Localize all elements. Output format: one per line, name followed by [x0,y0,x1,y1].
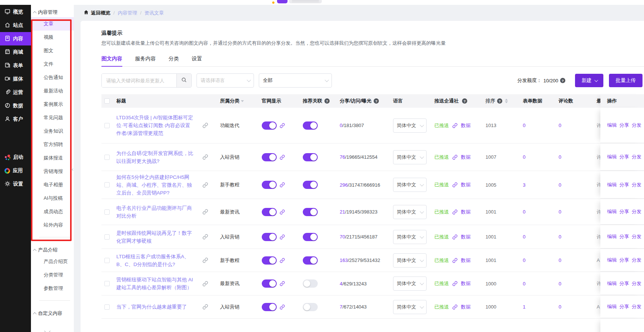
form-data-count[interactable]: 0 [523,257,525,263]
distribute-action[interactable]: 分发 [632,303,641,310]
push-link-icon[interactable] [452,155,458,160]
subnav-item[interactable]: 文章 [31,17,74,31]
share-action[interactable]: 分享 [619,122,629,129]
subnav-item[interactable]: 图文 [31,44,74,57]
push-link-icon[interactable] [452,234,458,240]
comment-count[interactable]: 0 [559,234,561,240]
subnav-item[interactable]: 分类管理 [31,268,74,282]
article-link-icon[interactable] [202,209,208,215]
recommend-toggle[interactable] [303,256,318,265]
form-data-count[interactable]: 0 [523,209,525,215]
push-link-icon[interactable] [452,281,458,286]
row-checkbox[interactable] [104,281,110,286]
subnav-group-custom-content[interactable]: 自定义内容 [31,310,74,317]
share-action[interactable]: 分享 [619,208,629,215]
site-link-icon[interactable] [280,182,285,187]
subnav-item[interactable]: AI与投稿 [31,192,74,205]
rail-item-settings[interactable]: 设置 [0,177,31,191]
row-checkbox[interactable] [104,234,110,240]
site-show-toggle[interactable] [262,303,277,311]
rail-item-operation[interactable]: 运营 [0,86,31,99]
row-checkbox[interactable] [104,209,110,215]
site-show-toggle[interactable] [262,208,277,216]
breadcrumb-news-articles[interactable]: 资讯文章 [144,10,164,16]
article-link-icon[interactable] [202,123,208,128]
site-show-toggle[interactable] [262,233,277,241]
breadcrumb-home[interactable]: 返回概览 [84,10,110,16]
subnav-item[interactable]: 官方招聘 [31,138,74,151]
form-data-count[interactable]: 0 [523,281,525,287]
rail-item-apps[interactable]: 应用 [0,164,31,177]
language-filter-select[interactable]: 请选择语言 [197,73,254,88]
subnav-group-content-management[interactable]: 内容管理 [31,9,74,16]
row-checkbox[interactable] [104,182,110,187]
distribute-action[interactable]: 分发 [632,181,641,188]
subnav-item[interactable]: 最新活动 [31,84,74,98]
row-language-select[interactable]: 简体中文 [393,150,427,164]
site-link-icon[interactable] [280,155,285,160]
push-data-link[interactable]: 数据 [461,234,471,240]
tab-service-content[interactable]: 服务内容 [135,51,156,66]
share-action[interactable]: 分享 [619,257,629,263]
search-button[interactable] [176,74,191,87]
article-link-icon[interactable] [202,304,208,310]
subnav-item[interactable]: 产品介绍页 [31,255,74,268]
article-link-icon[interactable] [202,182,208,188]
subnav-item[interactable]: 营销海报 [31,165,74,178]
distribute-action[interactable]: 分发 [632,122,641,129]
row-checkbox[interactable] [104,123,110,128]
form-data-count[interactable]: 0 [523,123,525,128]
row-checkbox[interactable] [104,258,110,263]
rail-item-launch[interactable]: 启动 [0,151,31,164]
comment-count[interactable]: 0 [559,281,561,287]
subnav-item[interactable]: 案例展示 [31,98,74,111]
select-all-checkbox[interactable] [104,98,110,104]
subnav-item[interactable]: 参数管理 [31,282,74,295]
help-icon[interactable] [497,98,502,104]
breadcrumb-content-management[interactable]: 内容管理 [118,10,137,16]
form-data-count[interactable]: 3 [523,182,525,188]
edit-action[interactable]: 编辑 [607,257,617,263]
push-data-link[interactable]: 数据 [461,280,471,287]
push-data-link[interactable]: 数据 [461,181,471,188]
article-title-link[interactable]: 是时候跟传统网站说再见了！数字化官网才够硬核 [116,229,195,245]
recommend-toggle[interactable] [303,233,318,241]
row-language-select[interactable]: 简体中文 [393,230,427,244]
article-link-icon[interactable] [202,234,208,240]
site-show-toggle[interactable] [262,153,277,161]
distribute-action[interactable]: 分发 [632,154,641,160]
bulk-upload-button[interactable]: 批量上传 [609,74,643,87]
tab-settings[interactable]: 设置 [192,51,202,66]
header-category[interactable]: 所属分类 [220,98,239,104]
edit-action[interactable]: 编辑 [607,280,617,287]
rail-item-forms[interactable]: 表单 [0,59,31,72]
push-link-icon[interactable] [452,182,458,187]
article-title-link[interactable]: 如何在5分钟之内搭建好PC/H5网站、商城、小程序、官微名片、独立后台、全员营销… [116,173,195,197]
row-language-select[interactable]: 简体中文 [393,300,427,314]
row-language-select[interactable]: 简体中文 [393,205,427,219]
site-link-icon[interactable] [280,258,285,263]
recommend-toggle[interactable] [303,153,318,161]
rail-item-content[interactable]: 内容 [0,32,31,45]
recommend-toggle[interactable] [303,121,318,130]
distribute-action[interactable]: 分发 [632,233,641,240]
tab-categories[interactable]: 分类 [169,51,179,66]
subnav-item[interactable]: 站外内容 [31,218,74,232]
edit-action[interactable]: 编辑 [607,181,617,188]
article-link-icon[interactable] [202,281,208,287]
row-language-select[interactable]: 简体中文 [393,276,427,291]
subnav-item[interactable]: 媒体报道 [31,151,74,165]
recommend-toggle[interactable] [303,303,318,311]
subnav-item[interactable]: 文件 [31,57,74,71]
comment-count[interactable]: 0 [559,123,561,128]
subnav-item[interactable]: 电子相册 [31,178,74,192]
push-link-icon[interactable] [452,123,458,128]
help-icon[interactable] [374,98,379,104]
sort-arrows-icon[interactable] [505,99,508,103]
recommend-toggle[interactable] [303,279,318,288]
tab-image-text-content[interactable]: 图文内容 [101,51,122,66]
edit-action[interactable]: 编辑 [607,208,617,215]
site-show-toggle[interactable] [262,181,277,189]
rail-item-media[interactable]: 媒体 [0,72,31,86]
push-data-link[interactable]: 数据 [461,257,471,264]
